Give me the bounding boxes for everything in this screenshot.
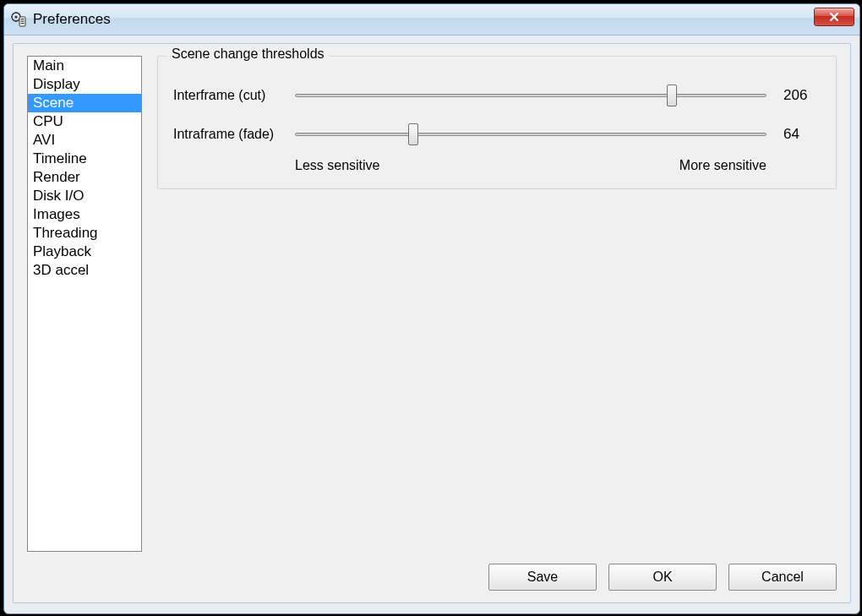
save-button[interactable]: Save [488,564,597,591]
caption-more-sensitive: More sensitive [679,158,767,173]
window-title: Preferences [33,11,111,28]
sidebar-item-images[interactable]: Images [28,205,141,224]
sensitivity-captions: Less sensitive More sensitive [295,158,767,173]
caption-less-sensitive: Less sensitive [295,158,380,173]
interframe-value: 206 [783,87,821,104]
sidebar-item-cpu[interactable]: CPU [28,112,141,131]
sidebar-item-timeline[interactable]: Timeline [28,150,141,168]
sidebar-item-threading[interactable]: Threading [28,224,141,243]
slider-thumb[interactable] [667,84,677,106]
svg-rect-4 [21,21,25,22]
ok-button[interactable]: OK [608,564,717,591]
titlebar[interactable]: Preferences [4,4,859,35]
interframe-label: Interframe (cut) [173,88,295,103]
group-title: Scene change thresholds [166,46,330,62]
gear-film-icon [11,12,26,27]
settings-panel: Scene change thresholds Interframe (cut)… [157,56,837,552]
category-list[interactable]: MainDisplaySceneCPUAVITimelineRenderDisk… [27,56,142,552]
cancel-button[interactable]: Cancel [728,564,837,591]
sidebar-item-main[interactable]: Main [28,57,141,75]
dialog-buttons: Save OK Cancel [488,564,837,591]
close-button[interactable] [814,8,854,26]
svg-point-1 [15,16,18,19]
sidebar-item-disk-i-o[interactable]: Disk I/O [28,187,141,205]
intraframe-slider[interactable] [295,123,767,146]
intraframe-value: 64 [783,126,821,143]
intraframe-label: Intraframe (fade) [173,127,295,142]
sidebar-item-3d-accel[interactable]: 3D accel [28,261,141,280]
scene-thresholds-group: Scene change thresholds Interframe (cut)… [157,56,837,189]
interframe-slider[interactable] [295,84,767,107]
sidebar-item-playback[interactable]: Playback [28,243,141,261]
sidebar-item-scene[interactable]: Scene [28,94,141,112]
sidebar-item-render[interactable]: Render [28,168,141,187]
preferences-window: Preferences MainDisplaySceneCPUAVITimeli… [3,3,860,614]
slider-thumb[interactable] [408,123,418,145]
sidebar-item-avi[interactable]: AVI [28,131,141,150]
close-icon [828,12,840,22]
slider-track [295,94,767,97]
svg-rect-3 [21,19,25,19]
interframe-row: Interframe (cut) 206 [173,84,821,107]
sidebar-item-display[interactable]: Display [28,75,141,94]
client-area: MainDisplaySceneCPUAVITimelineRenderDisk… [13,43,851,603]
slider-track [295,133,767,136]
intraframe-row: Intraframe (fade) 64 [173,123,821,146]
svg-rect-5 [21,23,25,24]
